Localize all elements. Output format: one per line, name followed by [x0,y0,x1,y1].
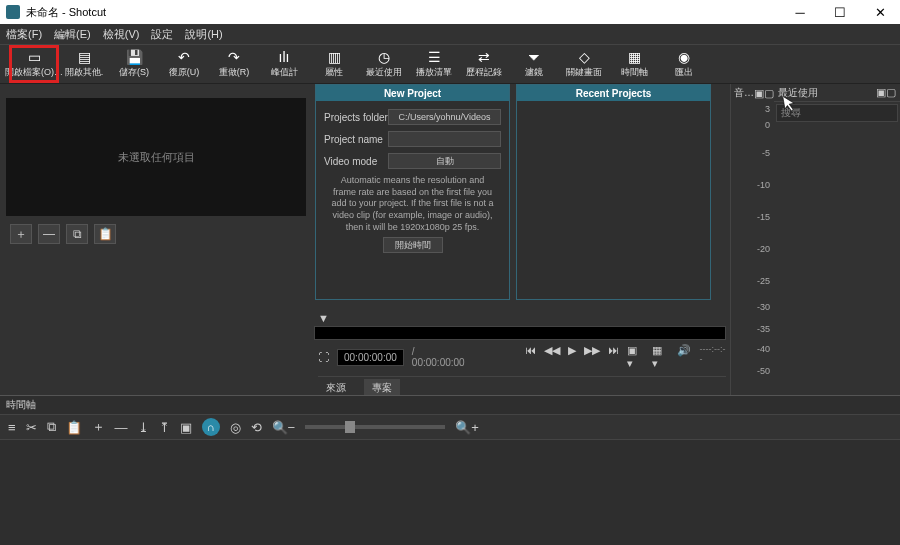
menu-edit[interactable]: 編輯(E) [54,27,91,42]
open-panel: 未選取任何項目 ＋ — ⧉ 📋 [0,84,310,395]
minimize-button[interactable]: ─ [780,0,820,24]
mouse-cursor-icon [782,93,799,113]
panel-close-icon[interactable]: ▣▢ [876,86,896,99]
mute-icon[interactable]: ----:--:-- [699,344,726,370]
append-icon[interactable]: ＋ [92,418,105,436]
save-button[interactable]: 💾 儲存(S) [110,46,158,82]
preview-button-row: ＋ — ⧉ 📋 [10,224,116,244]
paste-icon[interactable]: 📋 [66,420,82,435]
center-panel: New Project Projects folder C:/Users/yoh… [310,84,730,395]
new-project-title: New Project [316,85,509,101]
open-file-icon: ▭ [28,50,41,64]
skip-end-icon[interactable]: ⏭ [608,344,619,370]
start-button[interactable]: 開始時間 [383,237,443,253]
scrub-bar[interactable] [314,326,726,340]
copy-icon[interactable]: ⧉ [47,419,56,435]
scale-tick: -10 [757,180,770,190]
zoom-slider-thumb[interactable] [345,421,355,433]
timeline-panel: 時間軸 ≡ ✂ ⧉ 📋 ＋ — ⤓ ⤒ ▣ ∩ ◎ ⟲ 🔍− 🔍+ [0,395,900,545]
redo-button[interactable]: ↷ 重做(R) [210,46,258,82]
cut-icon[interactable]: ✂ [26,420,37,435]
filters-button[interactable]: ⏷ 濾鏡 [510,46,558,82]
timeline-menu-icon[interactable]: ≡ [8,420,16,435]
open-file-label: 開啟檔案(O)… [5,66,63,79]
menu-settings[interactable]: 設定 [151,27,173,42]
keyframes-icon: ◇ [579,50,590,64]
filters-icon: ⏷ [527,50,541,64]
export-button[interactable]: ◉ 匯出 [660,46,708,82]
history-button[interactable]: ⇄ 歷程記錄 [460,46,508,82]
zoom-fit-icon[interactable]: ▣ ▾ [627,344,644,370]
keyframes-label: 關鍵畫面 [566,66,602,79]
open-file-button[interactable]: ▭ 開啟檔案(O)… [10,46,58,82]
paste-button[interactable]: 📋 [94,224,116,244]
panel-close-icon[interactable]: ▣▢ [754,87,774,100]
video-mode-select[interactable]: 自動 [388,153,501,169]
playback-buttons: ⏮ ◀◀ ▶ ▶▶ ⏭ ▣ ▾ ▦ ▾ 🔊 ----:--:-- [525,344,726,370]
transport-panel: ▼ ⛶ 00:00:00:00 / 00:00:00:00 ⏮ ◀◀ ▶ ▶▶ … [314,312,726,397]
save-label: 儲存(S) [119,66,149,79]
zoom-slider[interactable] [305,425,445,429]
menu-file[interactable]: 檔案(F) [6,27,42,42]
menubar: 檔案(F) 編輯(E) 檢視(V) 設定 說明(H) [0,24,900,44]
zoom-in-icon[interactable]: 🔍+ [455,420,479,435]
grid-icon[interactable]: ▦ ▾ [652,344,669,370]
undo-icon: ↶ [178,50,190,64]
timeline-button[interactable]: ▦ 時間軸 [610,46,658,82]
redo-label: 重做(R) [219,66,250,79]
recent-panel: 最近使用▣▢ 搜尋 [774,84,900,395]
history-icon: ⇄ [478,50,490,64]
lift-icon[interactable]: ⤓ [138,420,149,435]
preview-empty-text: 未選取任何項目 [118,150,195,165]
audio-meter-panel: 音…▣▢ 3 0 -5 -10 -15 -20 -25 -30 -35 -40 … [731,84,774,395]
overwrite-icon[interactable]: ⤒ [159,420,170,435]
keyframes-button[interactable]: ◇ 關鍵畫面 [560,46,608,82]
timecode-current[interactable]: 00:00:00:00 [337,349,404,366]
remove-icon[interactable]: — [115,420,128,435]
project-name-input[interactable] [388,131,501,147]
peak-meter-label: 峰值計 [271,66,298,79]
close-button[interactable]: ✕ [860,0,900,24]
copy-button[interactable]: ⧉ [66,224,88,244]
recent-projects-title: Recent Projects [517,85,710,101]
play-icon[interactable]: ▶ [568,344,576,370]
fastforward-icon[interactable]: ▶▶ [584,344,600,370]
menu-help[interactable]: 說明(H) [185,27,222,42]
window-controls: ─ ☐ ✕ [780,0,900,24]
snap-icon[interactable]: ∩ [202,418,220,436]
scale-tick: -50 [757,366,770,376]
peak-meter-button[interactable]: ılı 峰值計 [260,46,308,82]
recent-icon: ◷ [378,50,390,64]
fullscreen-icon[interactable]: ⛶ [318,351,329,363]
split-icon[interactable]: ▣ [180,420,192,435]
add-button[interactable]: ＋ [10,224,32,244]
preview-box: 未選取任何項目 [6,98,306,216]
ripple-icon[interactable]: ⟲ [251,420,262,435]
new-project-form: Projects folder C:/Users/yohnu/Videos Pr… [316,101,509,261]
playlist-button[interactable]: ☰ 播放清單 [410,46,458,82]
peak-meter-icon: ılı [279,50,290,64]
open-other-icon: ▤ [78,50,91,64]
open-other-button[interactable]: ▤ 開啟其他. [60,46,108,82]
recent-button[interactable]: ◷ 最近使用 [360,46,408,82]
menu-view[interactable]: 檢視(V) [103,27,140,42]
projects-folder-label: Projects folder [324,112,388,123]
filters-label: 濾鏡 [525,66,543,79]
remove-button[interactable]: — [38,224,60,244]
source-tabs: 來源 專案 [318,376,726,397]
maximize-button[interactable]: ☐ [820,0,860,24]
undo-label: 復原(U) [169,66,200,79]
scale-tick: -35 [757,324,770,334]
audio-meter-title: 音… [734,86,754,100]
zoom-out-icon[interactable]: 🔍− [272,420,296,435]
scrub-icon[interactable]: ◎ [230,420,241,435]
projects-folder-button[interactable]: C:/Users/yohnu/Videos [388,109,501,125]
undo-button[interactable]: ↶ 復原(U) [160,46,208,82]
skip-start-icon[interactable]: ⏮ [525,344,536,370]
volume-icon[interactable]: 🔊 [677,344,691,370]
timeline-title: 時間軸 [0,396,900,414]
rewind-icon[interactable]: ◀◀ [544,344,560,370]
scale-tick: -20 [757,244,770,254]
timecode-duration: / 00:00:00:00 [412,346,469,368]
properties-button[interactable]: ▥ 屬性 [310,46,358,82]
